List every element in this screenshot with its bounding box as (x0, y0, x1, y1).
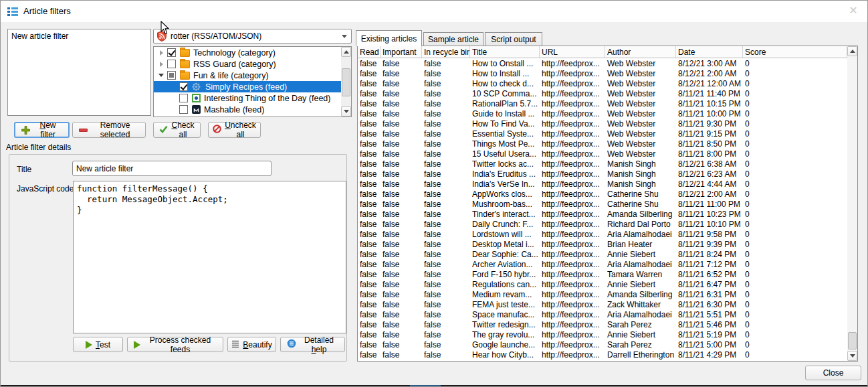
column-header-url[interactable]: URL (540, 46, 605, 58)
table-cell: Web Webster (605, 129, 676, 139)
table-row[interactable]: falsefalsefalseThings Most Pe...http://f… (358, 139, 847, 149)
test-button[interactable]: Test (73, 337, 123, 352)
table-cell: 8/11/21 6:31 PM (676, 290, 743, 300)
table-cell: false (381, 310, 422, 320)
table-row[interactable]: falsefalsefalseSpace manufac...http://fe… (358, 310, 847, 320)
checkbox[interactable] (167, 60, 176, 68)
table-row[interactable]: falsefalsefalseHow to Install ...http://… (358, 69, 847, 79)
collapse-arrow-icon[interactable] (158, 62, 165, 67)
table-cell: false (422, 149, 470, 159)
table-cell: false (422, 210, 470, 220)
table-cell: 8/11/21 6:52 PM (676, 270, 743, 280)
close-button[interactable]: Close (805, 366, 861, 380)
table-cell: http://feedprox... (540, 109, 605, 119)
table-row[interactable]: falsefalsefalseIndia's VerSe In...http:/… (358, 179, 847, 189)
table-cell: 8/11/21 8:24 PM (676, 250, 743, 260)
table-row[interactable]: falsefalsefalseTwitter locks ac...http:/… (358, 159, 847, 169)
uncheck-all-button[interactable]: Uncheck all (208, 122, 261, 138)
table-row[interactable]: falsefalsefalseMedium revam...http://fee… (358, 290, 847, 300)
table-cell: http://feedprox... (540, 260, 605, 270)
table-row[interactable]: falsefalsefalseArcher Aviation...http://… (358, 260, 847, 270)
tree-row[interactable]: Mashable (feed) (154, 104, 341, 115)
checkbox[interactable] (167, 71, 176, 80)
table-row[interactable]: falsefalsefalseFEMA just teste...http://… (358, 300, 847, 310)
scroll-down-icon[interactable] (341, 106, 351, 117)
collapse-arrow-icon[interactable] (158, 50, 165, 56)
column-header-author[interactable]: Author (605, 46, 676, 58)
column-header-read[interactable]: Read (358, 46, 381, 58)
tree-scrollbar[interactable] (341, 47, 351, 117)
checkbox[interactable] (167, 48, 176, 57)
table-row[interactable]: falsefalsefalseFord F-150 hybr...http://… (358, 270, 847, 280)
new-filter-button[interactable]: New filter (14, 122, 70, 138)
table-row[interactable]: falsefalsefalseHow to Onstall ...http://… (358, 59, 847, 69)
table-cell: Sarah Perez (605, 340, 676, 350)
close-icon[interactable]: ✕ (847, 5, 859, 17)
table-row[interactable]: falsefalsefalse10 SCP Comma...http://fee… (358, 89, 847, 99)
column-header-title[interactable]: Title (470, 46, 540, 58)
tree-row[interactable]: Interesting Thing of the Day (feed) (154, 92, 341, 104)
feeds-tree-view[interactable]: Technology (category)RSS Guard (category… (154, 47, 341, 117)
table-row[interactable]: falsefalsefalseIndia's Eruditus ...http:… (358, 169, 847, 179)
table-row[interactable]: falsefalsefalseGuide to Install ...http:… (358, 109, 847, 119)
account-combobox[interactable]: rotter (RSS/ATOM/JSON) (153, 29, 352, 44)
scroll-down-icon[interactable] (847, 351, 857, 361)
column-header-score[interactable]: Score (743, 46, 847, 58)
table-cell: false (422, 69, 470, 79)
mashable-feed-icon (192, 105, 201, 114)
scroll-up-icon[interactable] (847, 46, 857, 56)
title-input[interactable] (72, 161, 272, 176)
table-header[interactable]: Read Important In recycle bin Title URL … (358, 46, 847, 58)
table-row[interactable]: falsefalsefalseGoogle launche...http://f… (358, 340, 847, 350)
table-row[interactable]: falsefalsefalseLordstown will ...http://… (358, 230, 847, 240)
article-filters-list[interactable]: New article filter (7, 29, 151, 116)
table-scrollbar[interactable] (847, 46, 857, 361)
table-row[interactable]: falsefalsefalseHow to check d...http://f… (358, 79, 847, 89)
tab-script-output[interactable]: Script output (485, 32, 542, 46)
expand-arrow-icon[interactable] (158, 74, 165, 77)
table-row[interactable]: falsefalsefalseTinder's interact...http:… (358, 210, 847, 220)
table-row[interactable]: falsefalsefalseHear how Cityb...http://f… (358, 350, 847, 360)
check-all-button[interactable]: Check all (153, 122, 201, 138)
beautify-button[interactable]: Beautify (227, 337, 276, 352)
checkbox[interactable] (179, 94, 188, 102)
checkbox[interactable] (179, 82, 188, 91)
tree-row[interactable]: Fun & life (category) (154, 70, 341, 81)
table-row[interactable]: falsefalsefalseRegulations can...http://… (358, 280, 847, 290)
tree-item-label: Technology (category) (193, 48, 276, 58)
tree-row[interactable]: Technology (category) (154, 47, 341, 58)
table-row[interactable]: falsefalsefalse15 Useful Usera...http://… (358, 149, 847, 159)
column-header-recycle[interactable]: In recycle bin (422, 46, 470, 58)
filter-list-item[interactable]: New article filter (8, 29, 150, 42)
table-scroll-thumb[interactable] (848, 332, 857, 350)
detailed-help-button[interactable]: Detailed help (280, 337, 345, 352)
column-header-important[interactable]: Important (381, 46, 422, 58)
table-row[interactable]: falsefalsefalseDesktop Metal i...http://… (358, 240, 847, 250)
scroll-up-icon[interactable] (341, 47, 351, 57)
tree-scroll-thumb[interactable] (342, 68, 350, 96)
column-header-date[interactable]: Date (676, 46, 743, 58)
table-row[interactable]: falsefalsefalseDear Sophie: Ca...http://… (358, 250, 847, 260)
table-row[interactable]: falsefalsefalseRationalPlan 5.7...http:/… (358, 99, 847, 109)
tab-existing-articles[interactable]: Existing articles (356, 30, 422, 46)
javascript-code-editor[interactable]: function filterMessage() { return Messag… (73, 181, 346, 333)
tree-row[interactable]: Simply Recipes (feed) (154, 81, 341, 92)
tab-sample-article[interactable]: Sample article (423, 32, 483, 46)
table-row[interactable]: falsefalsefalseHow To Find Va...http://f… (358, 119, 847, 129)
checkbox[interactable] (179, 105, 188, 114)
table-row[interactable]: falsefalsefalseAppWorks clos...http://fe… (358, 189, 847, 200)
table-row[interactable]: falsefalsefalseDaily Crunch: F...http://… (358, 220, 847, 230)
table-cell: false (381, 240, 422, 250)
table-row[interactable]: falsefalsefalseThe gray revolu...http://… (358, 330, 847, 340)
process-checked-feeds-button[interactable]: Process checked feeds (127, 337, 223, 352)
table-row[interactable]: falsefalsefalseEssential Syste...http://… (358, 129, 847, 139)
table-row[interactable]: falsefalsefalseMushroom-bas...http://fee… (358, 200, 847, 210)
table-cell: RationalPlan 5.7... (470, 99, 540, 109)
table-cell: http://feedprox... (540, 330, 605, 340)
table-cell: Mushroom-bas... (470, 200, 540, 210)
table-cell: Twitter redesign... (470, 320, 540, 330)
table-row[interactable]: falsefalsefalseTwitter redesign...http:/… (358, 320, 847, 330)
tree-row[interactable]: RSS Guard (category) (154, 58, 341, 70)
remove-selected-button[interactable]: Remove selected (72, 122, 146, 138)
dialog-title: Article filters (23, 6, 71, 16)
